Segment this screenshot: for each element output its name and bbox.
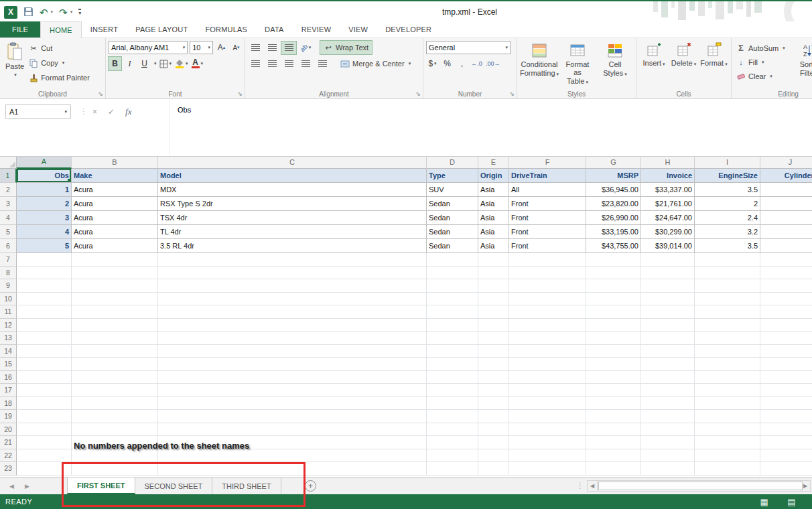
cell-I8[interactable]	[695, 267, 760, 280]
cell-H3[interactable]: $21,761.00	[641, 197, 695, 211]
cell-J4[interactable]	[760, 211, 812, 225]
cell-G10[interactable]	[586, 293, 641, 306]
cell-B18[interactable]	[72, 397, 158, 411]
cell-H7[interactable]	[641, 253, 695, 267]
cell-B3[interactable]: Acura	[72, 197, 158, 211]
cell-C6[interactable]: 3.5 RL 4dr	[158, 239, 427, 253]
cell-J12[interactable]	[760, 319, 812, 332]
row-header-9[interactable]: 9	[0, 279, 17, 293]
cell-D14[interactable]	[427, 345, 478, 358]
cell-H22[interactable]	[641, 449, 695, 463]
cell-B16[interactable]	[72, 371, 158, 384]
cell-B12[interactable]	[72, 319, 158, 332]
cell-C15[interactable]	[158, 358, 427, 371]
cell-E1[interactable]: Origin	[478, 169, 509, 183]
cell-F22[interactable]	[509, 449, 586, 463]
cell-J15[interactable]	[760, 358, 812, 371]
cell-G20[interactable]	[586, 423, 641, 437]
cell-E11[interactable]	[478, 305, 509, 319]
cell-F23[interactable]	[509, 462, 586, 476]
cell-E20[interactable]	[478, 423, 509, 437]
cell-G6[interactable]: $43,755.00	[586, 239, 641, 253]
cell-A16[interactable]	[17, 371, 72, 384]
cell-J3[interactable]	[760, 197, 812, 211]
italic-button[interactable]: I	[123, 57, 136, 70]
cell-E21[interactable]	[478, 436, 509, 449]
font-color-button[interactable]: A▾	[191, 57, 204, 70]
ribbon-tab-data[interactable]: DATA	[256, 21, 293, 38]
cell-A15[interactable]	[17, 358, 72, 371]
cell-H17[interactable]	[641, 384, 695, 397]
column-header-h[interactable]: H	[641, 157, 695, 169]
cell-C17[interactable]	[158, 384, 427, 397]
cell-D21[interactable]	[427, 436, 478, 449]
sort-filter-button[interactable]: AZ Sort & Filter▾	[789, 41, 812, 78]
align-left-button[interactable]	[248, 58, 263, 70]
cell-F4[interactable]: Front	[509, 211, 586, 225]
cell-A11[interactable]	[17, 305, 72, 319]
column-header-f[interactable]: F	[509, 157, 586, 169]
cell-C11[interactable]	[158, 305, 427, 319]
paste-button[interactable]: Paste ▾	[3, 41, 27, 85]
cell-A13[interactable]	[17, 332, 72, 345]
cell-H5[interactable]: $30,299.00	[641, 225, 695, 239]
cell-E15[interactable]	[478, 358, 509, 371]
cell-A10[interactable]	[17, 293, 72, 306]
wrap-text-button[interactable]: ↩ Wrap Text	[320, 41, 372, 54]
cell-A21[interactable]	[17, 436, 72, 449]
copy-button[interactable]: Copy ▾	[27, 56, 92, 70]
cell-E16[interactable]	[478, 371, 509, 384]
cell-C7[interactable]	[158, 253, 427, 267]
cell-E22[interactable]	[478, 449, 509, 463]
cell-F11[interactable]	[509, 305, 586, 319]
column-header-g[interactable]: G	[586, 157, 641, 169]
column-header-e[interactable]: E	[478, 157, 509, 169]
cell-I22[interactable]	[695, 449, 760, 463]
cancel-entry-icon[interactable]: ×	[92, 107, 97, 117]
underline-dropdown-arrow[interactable]: ▾	[154, 61, 157, 66]
cell-A23[interactable]	[17, 462, 72, 476]
cell-I7[interactable]	[695, 253, 760, 267]
cell-I17[interactable]	[695, 384, 760, 397]
cell-I10[interactable]	[695, 293, 760, 306]
cell-B2[interactable]: Acura	[72, 183, 158, 197]
cell-D6[interactable]: Sedan	[427, 239, 478, 253]
cell-D12[interactable]	[427, 319, 478, 332]
cell-E18[interactable]	[478, 397, 509, 411]
column-header-b[interactable]: B	[72, 157, 158, 169]
cell-E4[interactable]: Asia	[478, 211, 509, 225]
cell-C22[interactable]	[158, 449, 427, 463]
row-header-4[interactable]: 4	[0, 211, 17, 225]
cell-H16[interactable]	[641, 371, 695, 384]
cell-E6[interactable]: Asia	[478, 239, 509, 253]
cell-F9[interactable]	[509, 279, 586, 293]
cell-E14[interactable]	[478, 345, 509, 358]
cell-D19[interactable]	[427, 410, 478, 423]
row-header-19[interactable]: 19	[0, 410, 17, 423]
undo-dropdown-arrow[interactable]: ▾	[51, 9, 54, 15]
cell-H8[interactable]	[641, 267, 695, 280]
format-cells-button[interactable]: Format▾	[699, 41, 729, 88]
cell-J1[interactable]: Cylinders	[760, 169, 812, 183]
enter-entry-icon[interactable]: ✓	[108, 107, 115, 117]
ribbon-tab-developer[interactable]: DEVELOPER	[377, 21, 440, 38]
cell-D13[interactable]	[427, 332, 478, 345]
cell-G4[interactable]: $26,990.00	[586, 211, 641, 225]
cell-B4[interactable]: Acura	[72, 211, 158, 225]
center-button[interactable]	[265, 58, 279, 70]
cell-H10[interactable]	[641, 293, 695, 306]
cell-styles-button[interactable]: Cell Styles▾	[596, 41, 634, 88]
cell-A3[interactable]: 2	[17, 197, 72, 211]
cell-C23[interactable]	[158, 462, 427, 476]
cell-J13[interactable]	[760, 332, 812, 345]
sheet-tab-first-sheet[interactable]: FIRST SHEET	[67, 478, 135, 494]
cell-A4[interactable]: 3	[17, 211, 72, 225]
cell-C3[interactable]: RSX Type S 2dr	[158, 197, 427, 211]
cell-I1[interactable]: EngineSize	[695, 169, 760, 183]
insert-cells-button[interactable]: Insert▾	[639, 41, 669, 88]
cell-A17[interactable]	[17, 384, 72, 397]
cell-C19[interactable]	[158, 410, 427, 423]
cell-I6[interactable]: 3.5	[695, 239, 760, 253]
cell-G17[interactable]	[586, 384, 641, 397]
row-header-22[interactable]: 22	[0, 449, 17, 463]
